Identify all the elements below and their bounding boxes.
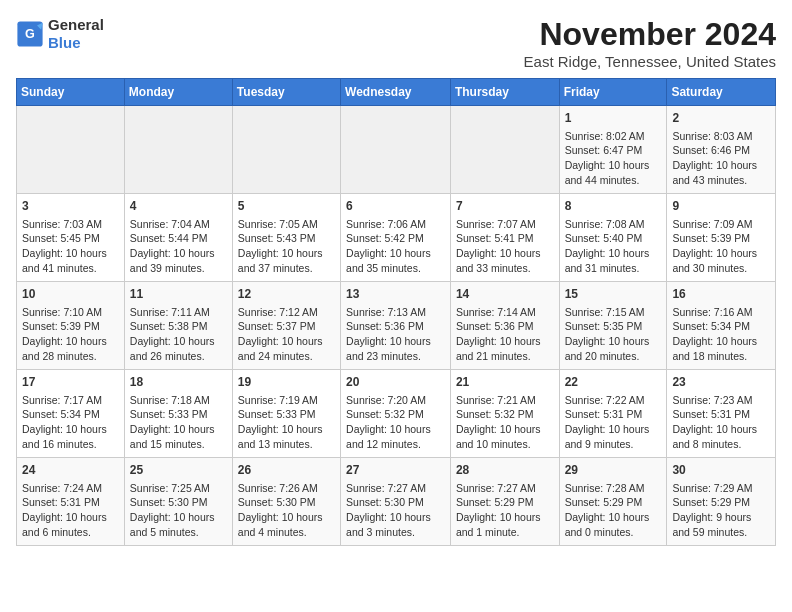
day-info: Sunrise: 7:17 AM Sunset: 5:34 PM Dayligh… [22,393,119,452]
day-info: Sunrise: 7:27 AM Sunset: 5:29 PM Dayligh… [456,481,554,540]
day-info: Sunrise: 8:02 AM Sunset: 6:47 PM Dayligh… [565,129,662,188]
logo-icon: G [16,20,44,48]
day-info: Sunrise: 7:21 AM Sunset: 5:32 PM Dayligh… [456,393,554,452]
calendar-cell: 11Sunrise: 7:11 AM Sunset: 5:38 PM Dayli… [124,282,232,370]
day-number: 28 [456,462,554,479]
calendar-cell: 7Sunrise: 7:07 AM Sunset: 5:41 PM Daylig… [450,194,559,282]
day-number: 25 [130,462,227,479]
day-info: Sunrise: 7:03 AM Sunset: 5:45 PM Dayligh… [22,217,119,276]
title-block: November 2024 East Ridge, Tennessee, Uni… [524,16,776,70]
week-row: 17Sunrise: 7:17 AM Sunset: 5:34 PM Dayli… [17,370,776,458]
day-header-thursday: Thursday [450,79,559,106]
day-number: 2 [672,110,770,127]
calendar-cell: 18Sunrise: 7:18 AM Sunset: 5:33 PM Dayli… [124,370,232,458]
day-info: Sunrise: 7:09 AM Sunset: 5:39 PM Dayligh… [672,217,770,276]
day-number: 14 [456,286,554,303]
calendar-cell: 15Sunrise: 7:15 AM Sunset: 5:35 PM Dayli… [559,282,667,370]
calendar-cell: 1Sunrise: 8:02 AM Sunset: 6:47 PM Daylig… [559,106,667,194]
day-info: Sunrise: 7:04 AM Sunset: 5:44 PM Dayligh… [130,217,227,276]
day-info: Sunrise: 7:15 AM Sunset: 5:35 PM Dayligh… [565,305,662,364]
day-number: 19 [238,374,335,391]
calendar-cell: 12Sunrise: 7:12 AM Sunset: 5:37 PM Dayli… [232,282,340,370]
day-info: Sunrise: 7:29 AM Sunset: 5:29 PM Dayligh… [672,481,770,540]
location: East Ridge, Tennessee, United States [524,53,776,70]
calendar-cell: 16Sunrise: 7:16 AM Sunset: 5:34 PM Dayli… [667,282,776,370]
day-number: 29 [565,462,662,479]
calendar-cell: 26Sunrise: 7:26 AM Sunset: 5:30 PM Dayli… [232,458,340,546]
calendar-cell: 5Sunrise: 7:05 AM Sunset: 5:43 PM Daylig… [232,194,340,282]
svg-text:G: G [25,27,35,41]
calendar-cell: 28Sunrise: 7:27 AM Sunset: 5:29 PM Dayli… [450,458,559,546]
calendar-cell: 29Sunrise: 7:28 AM Sunset: 5:29 PM Dayli… [559,458,667,546]
day-info: Sunrise: 7:12 AM Sunset: 5:37 PM Dayligh… [238,305,335,364]
day-number: 12 [238,286,335,303]
day-info: Sunrise: 7:20 AM Sunset: 5:32 PM Dayligh… [346,393,445,452]
calendar-cell: 17Sunrise: 7:17 AM Sunset: 5:34 PM Dayli… [17,370,125,458]
calendar-cell [17,106,125,194]
day-number: 30 [672,462,770,479]
calendar-cell: 8Sunrise: 7:08 AM Sunset: 5:40 PM Daylig… [559,194,667,282]
day-info: Sunrise: 7:19 AM Sunset: 5:33 PM Dayligh… [238,393,335,452]
day-number: 26 [238,462,335,479]
day-number: 8 [565,198,662,215]
day-info: Sunrise: 7:06 AM Sunset: 5:42 PM Dayligh… [346,217,445,276]
day-info: Sunrise: 7:08 AM Sunset: 5:40 PM Dayligh… [565,217,662,276]
day-info: Sunrise: 7:13 AM Sunset: 5:36 PM Dayligh… [346,305,445,364]
days-header-row: SundayMondayTuesdayWednesdayThursdayFrid… [17,79,776,106]
day-number: 1 [565,110,662,127]
day-info: Sunrise: 7:16 AM Sunset: 5:34 PM Dayligh… [672,305,770,364]
day-info: Sunrise: 7:07 AM Sunset: 5:41 PM Dayligh… [456,217,554,276]
day-info: Sunrise: 7:27 AM Sunset: 5:30 PM Dayligh… [346,481,445,540]
day-header-monday: Monday [124,79,232,106]
calendar-cell: 27Sunrise: 7:27 AM Sunset: 5:30 PM Dayli… [341,458,451,546]
day-header-saturday: Saturday [667,79,776,106]
calendar-cell: 20Sunrise: 7:20 AM Sunset: 5:32 PM Dayli… [341,370,451,458]
day-number: 7 [456,198,554,215]
calendar-cell: 24Sunrise: 7:24 AM Sunset: 5:31 PM Dayli… [17,458,125,546]
day-number: 10 [22,286,119,303]
calendar-cell [450,106,559,194]
calendar-cell: 25Sunrise: 7:25 AM Sunset: 5:30 PM Dayli… [124,458,232,546]
day-info: Sunrise: 7:26 AM Sunset: 5:30 PM Dayligh… [238,481,335,540]
page-header: G General Blue November 2024 East Ridge,… [16,16,776,70]
logo-blue: Blue [48,34,81,51]
logo-general: General [48,16,104,33]
day-info: Sunrise: 7:14 AM Sunset: 5:36 PM Dayligh… [456,305,554,364]
day-number: 21 [456,374,554,391]
week-row: 10Sunrise: 7:10 AM Sunset: 5:39 PM Dayli… [17,282,776,370]
calendar-cell: 9Sunrise: 7:09 AM Sunset: 5:39 PM Daylig… [667,194,776,282]
calendar-cell [124,106,232,194]
day-number: 20 [346,374,445,391]
day-number: 16 [672,286,770,303]
day-number: 22 [565,374,662,391]
day-info: Sunrise: 7:23 AM Sunset: 5:31 PM Dayligh… [672,393,770,452]
day-number: 5 [238,198,335,215]
day-number: 3 [22,198,119,215]
month-title: November 2024 [524,16,776,53]
calendar-cell: 3Sunrise: 7:03 AM Sunset: 5:45 PM Daylig… [17,194,125,282]
calendar-cell: 4Sunrise: 7:04 AM Sunset: 5:44 PM Daylig… [124,194,232,282]
day-info: Sunrise: 7:22 AM Sunset: 5:31 PM Dayligh… [565,393,662,452]
day-info: Sunrise: 7:05 AM Sunset: 5:43 PM Dayligh… [238,217,335,276]
day-header-friday: Friday [559,79,667,106]
day-header-sunday: Sunday [17,79,125,106]
day-info: Sunrise: 7:28 AM Sunset: 5:29 PM Dayligh… [565,481,662,540]
day-number: 17 [22,374,119,391]
day-number: 6 [346,198,445,215]
calendar-cell: 10Sunrise: 7:10 AM Sunset: 5:39 PM Dayli… [17,282,125,370]
day-number: 15 [565,286,662,303]
day-number: 18 [130,374,227,391]
day-info: Sunrise: 7:25 AM Sunset: 5:30 PM Dayligh… [130,481,227,540]
calendar-cell [232,106,340,194]
calendar-cell: 14Sunrise: 7:14 AM Sunset: 5:36 PM Dayli… [450,282,559,370]
logo-text: General Blue [48,16,104,52]
day-number: 13 [346,286,445,303]
day-header-tuesday: Tuesday [232,79,340,106]
calendar-cell: 13Sunrise: 7:13 AM Sunset: 5:36 PM Dayli… [341,282,451,370]
day-number: 23 [672,374,770,391]
day-number: 9 [672,198,770,215]
calendar-cell: 2Sunrise: 8:03 AM Sunset: 6:46 PM Daylig… [667,106,776,194]
calendar-cell: 30Sunrise: 7:29 AM Sunset: 5:29 PM Dayli… [667,458,776,546]
week-row: 3Sunrise: 7:03 AM Sunset: 5:45 PM Daylig… [17,194,776,282]
week-row: 1Sunrise: 8:02 AM Sunset: 6:47 PM Daylig… [17,106,776,194]
